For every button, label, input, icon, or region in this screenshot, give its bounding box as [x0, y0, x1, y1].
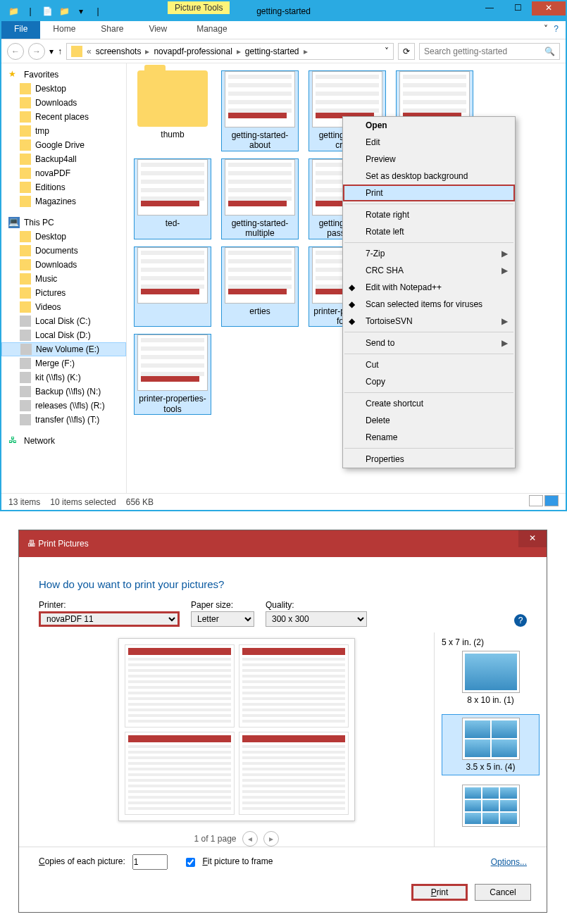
menu-item-delete[interactable]: Delete: [343, 412, 515, 429]
search-input[interactable]: [424, 46, 544, 56]
view-mode-buttons[interactable]: [528, 495, 559, 508]
print-button[interactable]: Print: [411, 884, 468, 901]
prev-page-button[interactable]: ◂: [242, 831, 258, 847]
menu-item-scan-selected-items-for-viruses[interactable]: ◆Scan selected items for viruses: [343, 296, 515, 313]
maximize-button[interactable]: ☐: [504, 1, 532, 15]
tab-share[interactable]: Share: [88, 21, 136, 39]
menu-item-rename[interactable]: Rename: [343, 429, 515, 446]
layout-option-8x10[interactable]: 8 x 10 in. (1): [442, 647, 540, 708]
menu-item-7-zip[interactable]: 7-Zip: [343, 245, 515, 262]
tab-home[interactable]: Home: [40, 21, 88, 39]
file-item[interactable]: printer-properties-tools: [134, 334, 211, 415]
ribbon-collapse-icon[interactable]: ˅: [544, 24, 548, 36]
menu-item-edit[interactable]: Edit: [343, 134, 515, 151]
breadcrumb-part[interactable]: screenshots: [96, 46, 142, 56]
menu-item-set-as-desktop-background[interactable]: Set as desktop background: [343, 168, 515, 185]
menu-item-copy[interactable]: Copy: [343, 373, 515, 390]
file-item[interactable]: [134, 246, 211, 327]
sidebar-item[interactable]: Documents: [1, 244, 126, 258]
sidebar-item[interactable]: Backup (\\fls) (N:): [1, 385, 126, 399]
sidebar-item[interactable]: novaPDF: [1, 166, 126, 180]
back-button[interactable]: ←: [7, 43, 24, 60]
print-pictures-dialog: 🖶 Print Pictures ✕ How do you want to pr…: [18, 530, 547, 913]
cancel-button[interactable]: Cancel: [475, 884, 531, 901]
sidebar-item[interactable]: New Volume (E:): [1, 342, 126, 356]
layout-list[interactable]: 5 x 7 in. (2) 8 x 10 in. (1) 3.5 x 5 in.…: [434, 632, 547, 847]
copies-input[interactable]: [132, 854, 168, 870]
sidebar-item[interactable]: Desktop: [1, 230, 126, 244]
help-icon[interactable]: ?: [514, 614, 527, 627]
forward-button[interactable]: →: [28, 43, 45, 60]
search-box[interactable]: 🔍: [419, 43, 560, 60]
menu-item-rotate-right[interactable]: Rotate right: [343, 206, 515, 223]
tab-manage[interactable]: Manage: [184, 21, 239, 39]
sidebar-group-favorites[interactable]: ★Favorites: [1, 68, 126, 82]
window-title: getting-started: [256, 6, 311, 16]
menu-item-properties[interactable]: Properties: [343, 451, 515, 468]
menu-item-cut[interactable]: Cut: [343, 356, 515, 373]
quality-select[interactable]: 300 x 300: [266, 611, 367, 627]
menu-item-crc-sha[interactable]: CRC SHA: [343, 262, 515, 279]
file-item[interactable]: getting-started-about: [221, 70, 299, 151]
sidebar-item[interactable]: Local Disk (C:): [1, 314, 126, 328]
menu-item-preview[interactable]: Preview: [343, 151, 515, 168]
breadcrumb-part[interactable]: getting-started: [245, 46, 299, 56]
file-item[interactable]: getting-started-multiple: [221, 158, 299, 239]
sidebar-item[interactable]: tmp: [1, 124, 126, 138]
sidebar-item[interactable]: Backup4all: [1, 152, 126, 166]
file-item[interactable]: ted-: [134, 158, 211, 239]
sidebar-item[interactable]: transfer (\\fls) (T:): [1, 413, 126, 427]
sidebar-item[interactable]: Magazines: [1, 194, 126, 208]
sidebar-item[interactable]: Google Drive: [1, 138, 126, 152]
fit-picture-checkbox[interactable]: [186, 858, 195, 867]
menu-item-create-shortcut[interactable]: Create shortcut: [343, 395, 515, 412]
history-dropdown-icon[interactable]: ▾: [49, 46, 54, 56]
file-item[interactable]: erties: [221, 246, 299, 327]
sidebar-item[interactable]: Recent places: [1, 110, 126, 124]
paper-size-select[interactable]: Letter: [191, 611, 254, 627]
layout-option-wallet[interactable]: [442, 781, 540, 830]
qat-properties-icon[interactable]: 📄: [39, 4, 55, 18]
menu-item-tortoisesvn[interactable]: ◆TortoiseSVN: [343, 313, 515, 330]
file-item[interactable]: thumb: [134, 70, 211, 151]
sidebar-group-thispc[interactable]: 💻This PC: [1, 216, 126, 230]
sidebar-item[interactable]: Downloads: [1, 96, 126, 110]
sidebar-item[interactable]: releases (\\fls) (R:): [1, 399, 126, 413]
help-icon[interactable]: ?: [554, 24, 559, 36]
options-link[interactable]: Options...: [491, 857, 527, 867]
menu-item-print[interactable]: Print: [343, 185, 515, 201]
sidebar-item[interactable]: Editions: [1, 180, 126, 194]
sidebar-item[interactable]: Downloads: [1, 258, 126, 272]
refresh-button[interactable]: ⟳: [398, 43, 415, 60]
sidebar-group-network[interactable]: 🖧Network: [1, 434, 126, 448]
menu-item-rotate-left[interactable]: Rotate left: [343, 223, 515, 240]
layout-option-3-5x5[interactable]: 3.5 x 5 in. (4): [442, 714, 540, 775]
sidebar-item[interactable]: Videos: [1, 300, 126, 314]
tab-file[interactable]: File: [1, 21, 40, 39]
sidebar-item[interactable]: Merge (F:): [1, 356, 126, 370]
sidebar-item[interactable]: kit (\\fls) (K:): [1, 370, 126, 385]
sidebar-item[interactable]: Local Disk (D:): [1, 328, 126, 342]
qat-newfolder-icon[interactable]: 📁: [56, 4, 72, 18]
address-bar: ← → ▾ ↑ « screenshots▸ novapdf-professio…: [1, 39, 566, 63]
sidebar-item[interactable]: Pictures: [1, 286, 126, 300]
sidebar-item[interactable]: Music: [1, 272, 126, 286]
menu-item-send-to[interactable]: Send to: [343, 335, 515, 351]
qat-dropdown-icon[interactable]: ▾: [73, 4, 89, 18]
menu-item-open[interactable]: Open: [343, 117, 515, 134]
breadcrumb-part[interactable]: novapdf-professional: [154, 46, 232, 56]
next-page-button[interactable]: ▸: [263, 831, 279, 847]
breadcrumb-overflow[interactable]: «: [87, 46, 92, 56]
breadcrumb[interactable]: « screenshots▸ novapdf-professional▸ get…: [66, 43, 394, 60]
minimize-button[interactable]: —: [475, 1, 504, 15]
menu-item-edit-with-notepad-[interactable]: ◆Edit with Notepad++: [343, 279, 515, 296]
up-button[interactable]: ↑: [58, 46, 62, 56]
file-list[interactable]: thumbgetting-started-aboutgetting-starte…: [127, 63, 566, 493]
tab-view[interactable]: View: [136, 21, 180, 39]
printer-select[interactable]: novaPDF 11: [39, 611, 180, 627]
close-button[interactable]: ✕: [532, 1, 566, 15]
sidebar-item[interactable]: Desktop: [1, 82, 126, 96]
image-thumbnail: [137, 335, 208, 391]
chevron-down-icon[interactable]: ˅: [385, 46, 389, 56]
dialog-close-button[interactable]: ✕: [518, 530, 547, 547]
